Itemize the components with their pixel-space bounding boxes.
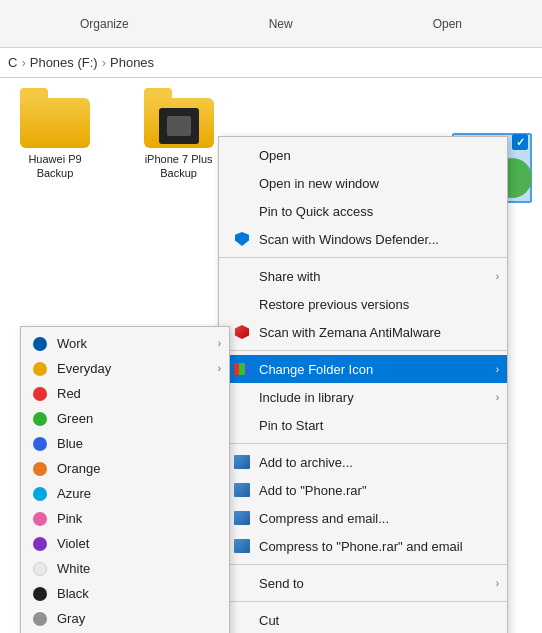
menu-share-icon	[233, 267, 251, 285]
menu-library-icon	[233, 388, 251, 406]
menu-divider-1	[219, 257, 507, 258]
color-everyday[interactable]: Everyday ›	[21, 356, 229, 381]
address-sep-2: ›	[102, 55, 106, 70]
menu-send-icon	[233, 574, 251, 592]
color-violet[interactable]: Violet	[21, 531, 229, 556]
menu-divider-5	[219, 601, 507, 602]
menu-folder-color-icon	[233, 360, 251, 378]
menu-open[interactable]: Open	[219, 141, 507, 169]
color-everyday-arrow: ›	[218, 363, 221, 374]
menu-share-arrow: ›	[496, 271, 499, 282]
menu-pin-icon	[233, 202, 251, 220]
menu-rar1-icon	[233, 453, 251, 471]
color-gray-dot	[33, 612, 47, 626]
menu-cut[interactable]: Cut	[219, 606, 507, 633]
main-context-menu: Open Open in new window Pin to Quick acc…	[218, 136, 508, 633]
address-part-phones: Phones	[110, 55, 154, 70]
menu-divider-2	[219, 350, 507, 351]
menu-pin-start[interactable]: Pin to Start	[219, 411, 507, 439]
address-part-drive[interactable]: Phones (F:)	[30, 55, 98, 70]
menu-include-library[interactable]: Include in library ›	[219, 383, 507, 411]
folder-huawei-label: Huawei P9Backup	[28, 152, 81, 181]
toolbar-open[interactable]: Open	[433, 17, 462, 31]
toolbar: Organize New Open	[0, 0, 542, 48]
address-bar: C › Phones (F:) › Phones	[0, 48, 542, 78]
color-black-dot	[33, 587, 47, 601]
color-white[interactable]: White	[21, 556, 229, 581]
menu-restore-versions[interactable]: Restore previous versions	[219, 290, 507, 318]
menu-rar3-icon	[233, 509, 251, 527]
menu-scan-zemana[interactable]: Scan with Zemana AntiMalware	[219, 318, 507, 346]
menu-scan-defender[interactable]: Scan with Windows Defender...	[219, 225, 507, 253]
menu-library-arrow: ›	[496, 392, 499, 403]
color-black[interactable]: Black	[21, 581, 229, 606]
menu-change-folder-arrow: ›	[496, 364, 499, 375]
color-blue[interactable]: Blue	[21, 431, 229, 456]
menu-rar2-icon	[233, 481, 251, 499]
color-work[interactable]: Work ›	[21, 331, 229, 356]
color-work-arrow: ›	[218, 338, 221, 349]
menu-compress-phone-rar-email[interactable]: Compress to "Phone.rar" and email	[219, 532, 507, 560]
toolbar-new[interactable]: New	[269, 17, 293, 31]
color-gray[interactable]: Gray	[21, 606, 229, 631]
folder-iphone-icon	[144, 88, 214, 148]
color-azure[interactable]: Azure	[21, 481, 229, 506]
color-work-dot	[33, 337, 47, 351]
color-orange[interactable]: Orange	[21, 456, 229, 481]
color-submenu: Work › Everyday › Red Green Blue Orange …	[20, 326, 230, 633]
menu-open-icon	[233, 146, 251, 164]
color-white-dot	[33, 562, 47, 576]
folder-huawei-icon	[20, 88, 90, 148]
color-green-dot	[33, 412, 47, 426]
menu-change-folder-icon[interactable]: Change Folder Icon ›	[219, 355, 507, 383]
color-blue-dot	[33, 437, 47, 451]
menu-zemana-icon	[233, 323, 251, 341]
color-violet-dot	[33, 537, 47, 551]
menu-add-phone-rar[interactable]: Add to "Phone.rar"	[219, 476, 507, 504]
menu-open-new-icon	[233, 174, 251, 192]
color-pink-dot	[33, 512, 47, 526]
folder-iphone-overlay	[159, 108, 199, 144]
address-part-c[interactable]: C	[8, 55, 17, 70]
color-everyday-dot	[33, 362, 47, 376]
menu-pin-start-icon	[233, 416, 251, 434]
menu-restore-icon	[233, 295, 251, 313]
color-green[interactable]: Green	[21, 406, 229, 431]
menu-pin-quick[interactable]: Pin to Quick access	[219, 197, 507, 225]
menu-compress-email[interactable]: Compress and email...	[219, 504, 507, 532]
color-red-dot	[33, 387, 47, 401]
menu-cut-icon	[233, 611, 251, 629]
color-azure-dot	[33, 487, 47, 501]
address-sep-1: ›	[21, 55, 25, 70]
menu-divider-3	[219, 443, 507, 444]
menu-rar4-icon	[233, 537, 251, 555]
menu-divider-4	[219, 564, 507, 565]
menu-open-new-window[interactable]: Open in new window	[219, 169, 507, 197]
folder-iphone[interactable]: iPhone 7 PlusBackup	[134, 88, 224, 181]
folder-huawei[interactable]: Huawei P9Backup	[10, 88, 100, 181]
file-area: Huawei P9Backup iPhone 7 PlusBackup Open…	[0, 78, 542, 633]
toolbar-organize[interactable]: Organize	[80, 17, 129, 31]
folder-iphone-label: iPhone 7 PlusBackup	[145, 152, 213, 181]
color-orange-dot	[33, 462, 47, 476]
menu-send-to[interactable]: Send to ›	[219, 569, 507, 597]
folder-checkbox	[512, 134, 528, 150]
color-red[interactable]: Red	[21, 381, 229, 406]
menu-share-with[interactable]: Share with ›	[219, 262, 507, 290]
menu-shield-icon	[233, 230, 251, 248]
menu-add-archive[interactable]: Add to archive...	[219, 448, 507, 476]
menu-send-arrow: ›	[496, 578, 499, 589]
color-pink[interactable]: Pink	[21, 506, 229, 531]
